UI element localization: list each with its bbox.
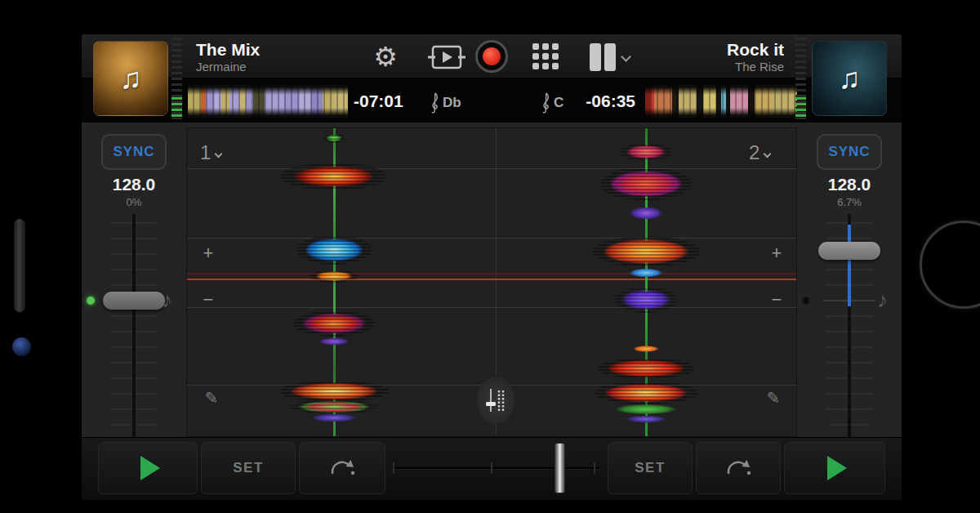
deck-2-cue-set-button[interactable]: SET	[608, 442, 693, 494]
set-label: SET	[635, 460, 666, 476]
mixer-fader-icon	[485, 386, 506, 415]
left-key-display[interactable]: Db	[430, 92, 461, 114]
deck-2-selector[interactable]: 2	[749, 141, 770, 164]
waveform-burst	[323, 133, 345, 143]
record-dot-icon	[483, 47, 501, 65]
music-note-icon: ♫	[839, 61, 861, 96]
record-button[interactable]	[475, 40, 508, 73]
keylock-note-icon[interactable]: ♪	[162, 288, 172, 313]
deck-1-zoom-in-button[interactable]: +	[197, 243, 220, 265]
waveform-burst	[592, 236, 700, 267]
library-grid-icon[interactable]	[532, 43, 560, 71]
deck-1-selector[interactable]: 1	[200, 141, 221, 164]
right-tempo-percent: 6.7%	[797, 196, 902, 208]
main-waveform-view[interactable]: 1 2	[186, 127, 797, 437]
left-remaining-time[interactable]: -07:01	[354, 91, 422, 111]
deck-1-zoom-out-button[interactable]: −	[197, 289, 220, 312]
right-level-meter	[795, 38, 806, 119]
deck-2-loop-button[interactable]	[696, 442, 781, 494]
playhead-line	[187, 279, 797, 280]
gridline	[187, 307, 797, 308]
chevron-down-icon	[764, 149, 772, 158]
deck-1-cue-set-button[interactable]: SET	[201, 442, 296, 494]
deck-area: SYNC 128.0 0% ♪ 1	[82, 123, 902, 437]
left-track-title: The Mix	[196, 40, 260, 60]
keylock-note-icon[interactable]: ♪	[877, 288, 888, 313]
curved-arrow-icon	[723, 455, 754, 481]
left-deck-panel: SYNC 128.0 0% ♪	[82, 123, 186, 437]
deck-2-zoom-out-button[interactable]: −	[765, 289, 788, 312]
waveform-burst	[625, 205, 667, 221]
right-track-info: Rock it The Rise	[621, 40, 784, 74]
treble-clef-icon	[541, 92, 551, 114]
left-sync-button[interactable]: SYNC	[101, 134, 167, 170]
slider-track[interactable]	[132, 214, 136, 437]
left-tempo-percent: 0%	[82, 196, 186, 208]
left-tempo-handle[interactable]	[103, 292, 165, 310]
right-album-art[interactable]: ♫	[812, 41, 887, 116]
right-sync-indicator	[802, 297, 810, 305]
deck-1-play-button[interactable]	[98, 442, 198, 494]
right-bpm-value[interactable]: 128.0	[797, 175, 902, 194]
set-label: SET	[233, 460, 264, 476]
play-icon	[140, 456, 160, 480]
deck-2-zoom-in-button[interactable]: +	[765, 243, 788, 265]
curved-arrow-icon	[327, 455, 358, 481]
right-track-overview-waveform[interactable]	[645, 85, 797, 118]
crossfader[interactable]	[389, 441, 604, 497]
crossfader-tick	[594, 462, 595, 474]
left-album-art[interactable]: ♫	[93, 41, 168, 116]
play-icon	[827, 456, 847, 480]
deck-1-edit-pencil-icon[interactable]: ✎	[200, 386, 223, 409]
waveform-burst	[296, 235, 372, 265]
right-track-title: Rock it	[621, 40, 784, 60]
left-track-artist: Jermaine	[196, 60, 260, 74]
crossfader-handle[interactable]	[555, 443, 565, 493]
column-bar	[590, 43, 601, 71]
right-tempo-handle[interactable]	[818, 242, 880, 260]
left-bpm-value[interactable]: 128.0	[82, 175, 186, 194]
chevron-down-icon	[215, 149, 223, 158]
gridline	[187, 168, 797, 169]
waveform-burst	[620, 143, 672, 161]
waveform-strip-row: -07:01 Db C -06:35	[82, 79, 902, 123]
waveform-burst	[310, 270, 359, 283]
left-sync-indicator	[87, 297, 95, 305]
phone-home-button	[920, 221, 980, 309]
left-level-meter	[172, 38, 182, 119]
deck-2-edit-pencil-icon[interactable]: ✎	[762, 386, 785, 409]
waveform-burst	[594, 381, 698, 404]
right-remaining-time[interactable]: -06:35	[572, 91, 635, 111]
deck-number: 2	[749, 141, 760, 164]
top-bar: ♫ The Mix Jermaine ⚙	[82, 34, 902, 123]
waveform-burst	[621, 414, 671, 424]
phone-volume-button	[14, 219, 25, 312]
waveform-burst	[630, 345, 662, 353]
waveform-burst	[600, 167, 692, 200]
waveform-burst	[598, 358, 694, 379]
treble-clef-icon	[430, 92, 440, 114]
right-key-display[interactable]: C	[541, 92, 564, 114]
phone-camera-lens	[12, 337, 31, 356]
left-track-info: The Mix Jermaine	[196, 40, 260, 74]
waveform-burst	[293, 310, 375, 337]
waveform-burst	[315, 337, 353, 346]
pitch-offset-line	[848, 225, 851, 306]
mixer-toggle-button[interactable]	[477, 377, 514, 424]
crossfader-center-tick	[491, 462, 492, 474]
settings-gear-icon[interactable]: ⚙	[369, 41, 402, 74]
crossfader-track[interactable]	[394, 467, 599, 469]
right-tempo-slider[interactable]: ♪	[797, 214, 902, 437]
deck-2-play-button[interactable]	[784, 442, 885, 494]
waveform-burst	[305, 413, 363, 423]
left-key-value: Db	[443, 95, 461, 111]
right-key-value: C	[554, 95, 564, 111]
automix-icon[interactable]	[428, 45, 466, 69]
deck-number: 1	[200, 141, 211, 164]
waveform-burst	[614, 287, 678, 313]
deck-1-loop-button[interactable]	[299, 442, 385, 494]
crossfader-tick	[393, 462, 394, 474]
right-sync-button[interactable]: SYNC	[817, 134, 882, 170]
left-tempo-slider[interactable]: ♪	[82, 214, 186, 437]
left-track-overview-waveform[interactable]	[188, 85, 348, 118]
